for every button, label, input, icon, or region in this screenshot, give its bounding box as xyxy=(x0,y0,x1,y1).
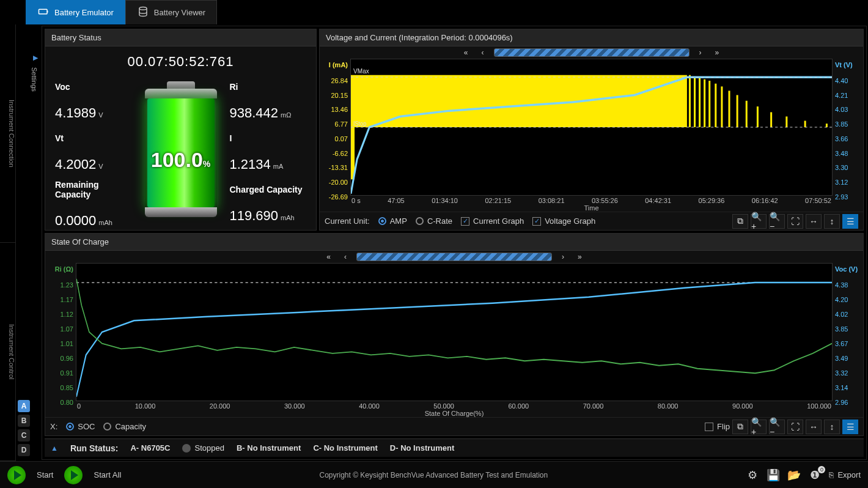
svg-rect-10 xyxy=(715,84,716,127)
slot-d-status: D- No Instrument xyxy=(390,443,454,453)
svg-rect-18 xyxy=(804,120,806,127)
bottom-bar: Start Start All Copyright © Keysight Ben… xyxy=(0,461,868,488)
fit-x-icon[interactable]: ↔ xyxy=(806,420,822,434)
stat-voc: Voc4.1989V xyxy=(53,81,138,122)
zoom-region-icon[interactable]: ⧉ xyxy=(732,420,748,434)
chevron-right-icon: ▶ xyxy=(33,54,38,62)
slot-d-button[interactable]: D xyxy=(18,444,30,456)
nav-prev-icon[interactable]: ‹ xyxy=(478,48,488,57)
panel-title: Battery Status xyxy=(45,29,316,46)
nav-next-icon[interactable]: › xyxy=(696,48,705,57)
slot-a-button[interactable]: A xyxy=(18,400,30,412)
slot-c-button[interactable]: C xyxy=(18,429,30,442)
settings-collapse-strip[interactable]: ▶ Settings xyxy=(32,24,40,461)
svg-rect-17 xyxy=(785,116,787,127)
elapsed-timer: 00.07:50:52:761 xyxy=(53,54,309,70)
folder-open-icon[interactable]: 📂 xyxy=(787,468,801,482)
svg-rect-12 xyxy=(728,91,730,127)
status-dot-icon xyxy=(182,444,191,453)
panel-title: State Of Charge xyxy=(45,234,863,251)
svg-rect-8 xyxy=(704,79,705,127)
svg-rect-11 xyxy=(721,86,723,127)
fit-x-icon[interactable]: ↔ xyxy=(806,214,822,229)
svg-rect-3 xyxy=(351,75,687,127)
zoom-in-icon[interactable]: 🔍+ xyxy=(751,420,767,434)
current-yaxis: I (mA) 26.8420.1513.466.770.07-6.62-13.3… xyxy=(320,59,350,212)
nav-first-icon[interactable]: « xyxy=(460,48,472,57)
database-icon xyxy=(137,6,149,19)
zoom-region-icon[interactable]: ⧉ xyxy=(732,214,748,229)
svg-rect-5 xyxy=(689,75,691,127)
time-scrubber: « ‹ › » xyxy=(320,46,863,59)
gear-icon[interactable]: ⚙ xyxy=(746,468,759,482)
svg-rect-13 xyxy=(737,95,738,127)
svg-rect-16 xyxy=(770,112,772,127)
sidebar-tab-connection[interactable]: Instrument Connection xyxy=(0,24,15,243)
tab-battery-viewer[interactable]: Battery Viewer xyxy=(125,0,217,24)
scrubber-track[interactable] xyxy=(356,253,552,261)
svg-text:VMax: VMax xyxy=(353,67,369,75)
start-all-button[interactable] xyxy=(64,466,83,484)
sidebar-tab-control[interactable]: Instrument Control xyxy=(0,243,15,461)
tabstrip: Battery Emulator Battery Viewer xyxy=(0,0,868,24)
voltage-current-panel: Voltage and Current (Integration Period:… xyxy=(319,29,864,231)
run-status-bar: ▲ Run Status: A- N6705C Stopped B- No In… xyxy=(45,438,864,457)
check-current-graph[interactable]: Current Graph xyxy=(461,216,524,226)
save-icon[interactable]: 💾 xyxy=(767,468,780,482)
nav-last-icon[interactable]: » xyxy=(574,253,586,261)
copyright-text: Copyright © Keysight BenchVue Advanced B… xyxy=(132,471,735,479)
slot-b-button[interactable]: B xyxy=(18,415,30,427)
tab-label: Battery Viewer xyxy=(154,8,205,17)
radio-capacity[interactable]: Capacity xyxy=(103,422,146,431)
battery-status-panel: Battery Status 00.07:50:52:761 Voc4.1989… xyxy=(45,29,317,231)
caret-up-icon[interactable]: ▲ xyxy=(51,444,58,453)
left-rail: Instrument Connection Instrument Control xyxy=(0,24,16,461)
settings-label: Settings xyxy=(31,67,38,92)
svg-rect-1 xyxy=(47,11,48,13)
battery-graphic: 100.0% xyxy=(138,89,224,217)
zoom-out-icon[interactable]: 🔍− xyxy=(769,420,785,434)
battery-icon xyxy=(37,6,50,19)
nav-first-icon[interactable]: « xyxy=(323,253,334,261)
fit-y-icon[interactable]: ↕ xyxy=(824,214,840,229)
zoom-out-icon[interactable]: 🔍− xyxy=(769,214,785,229)
scrubber-track[interactable] xyxy=(494,48,690,57)
check-flip[interactable]: Flip xyxy=(705,420,730,434)
nav-next-icon[interactable]: › xyxy=(558,253,568,261)
start-button[interactable] xyxy=(7,466,26,484)
cursor-icon[interactable]: ☰ xyxy=(842,214,858,229)
alert-icon[interactable]: ❶0 xyxy=(808,468,822,482)
slot-b-status: B- No Instrument xyxy=(237,443,301,453)
slot-a-status: A- N6705C xyxy=(130,443,170,453)
nav-prev-icon[interactable]: ‹ xyxy=(340,253,350,261)
svg-rect-9 xyxy=(708,81,710,127)
soc-toolbar: X: SOC Capacity Flip ⧉ 🔍+ 🔍− ⛶ ↔ ↕ ☰ xyxy=(45,417,863,435)
svg-rect-6 xyxy=(694,76,696,127)
tab-battery-emulator[interactable]: Battery Emulator xyxy=(26,0,125,24)
svg-rect-19 xyxy=(826,124,828,127)
svg-rect-15 xyxy=(757,106,759,127)
nav-last-icon[interactable]: » xyxy=(712,48,723,57)
fit-y-icon[interactable]: ↕ xyxy=(824,420,840,434)
stat-ri: Ri938.442mΩ xyxy=(224,81,309,122)
svg-rect-7 xyxy=(699,78,701,127)
tab-label: Battery Emulator xyxy=(54,8,114,17)
radio-soc[interactable]: SOC xyxy=(66,422,95,431)
soc-plot[interactable]: VMax 010.00020.00030.00040.00050.00060.0… xyxy=(76,263,833,417)
check-voltage-graph[interactable]: Voltage Graph xyxy=(532,216,595,226)
export-button[interactable]: ⎘ Export xyxy=(829,470,861,479)
cursor-icon[interactable]: ☰ xyxy=(842,420,858,434)
svg-rect-0 xyxy=(39,9,48,14)
svg-point-2 xyxy=(139,7,147,10)
battery-percent: 100.0 xyxy=(151,148,203,171)
radio-amp[interactable]: AMP xyxy=(378,216,407,226)
vc-plot[interactable]: VMax IStop 0 s47:0501:34:1002:21:1503:08… xyxy=(350,59,833,212)
radio-crate[interactable]: C-Rate xyxy=(416,216,452,226)
fit-all-icon[interactable]: ⛶ xyxy=(787,214,803,229)
time-xaxis: 0 s47:0501:34:1002:21:1503:08:2103:55:26… xyxy=(350,196,833,204)
fit-all-icon[interactable]: ⛶ xyxy=(787,420,803,434)
panel-title: Voltage and Current (Integration Period:… xyxy=(320,29,863,46)
svg-rect-14 xyxy=(746,101,748,127)
zoom-in-icon[interactable]: 🔍+ xyxy=(751,214,767,229)
soc-scrubber: « ‹ › » xyxy=(45,251,863,263)
